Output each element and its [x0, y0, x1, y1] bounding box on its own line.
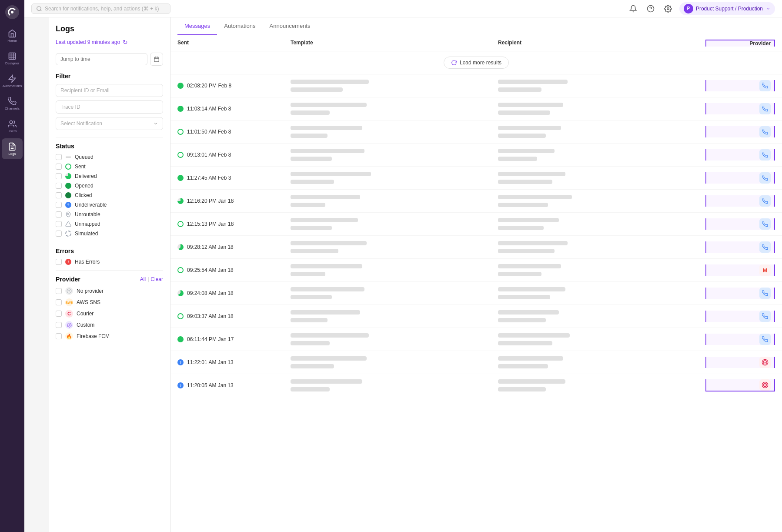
provider-cell[interactable]	[705, 288, 775, 299]
provider-filter-no-provider[interactable]: No provider	[56, 287, 163, 295]
table-row[interactable]: 09:03:37 AM Jan 18	[170, 305, 782, 328]
sidebar-item-designer[interactable]: Designer	[2, 48, 23, 69]
provider-indicator[interactable]	[759, 218, 771, 230]
status-filter-delivered[interactable]: Delivered	[56, 173, 163, 179]
sidebar-item-automations[interactable]: Automations	[2, 70, 23, 91]
provider-indicator[interactable]	[759, 172, 771, 184]
help-icon[interactable]	[645, 3, 657, 15]
workspace-switcher[interactable]: P Product Support / Production	[679, 2, 775, 15]
provider-indicator[interactable]	[759, 149, 771, 161]
provider-cell[interactable]	[705, 379, 775, 391]
provider-cell[interactable]	[705, 149, 775, 161]
provider-indicator[interactable]	[759, 311, 771, 322]
tab-automations[interactable]: Automations	[217, 17, 262, 35]
provider-cell[interactable]	[705, 126, 775, 137]
status-filter-queued[interactable]: Queued	[56, 154, 163, 160]
provider-cell[interactable]	[705, 218, 775, 230]
jump-to-time-input[interactable]	[56, 53, 147, 65]
table-row[interactable]: 11:03:14 AM Feb 8	[170, 97, 782, 120]
provider-indicator[interactable]	[759, 126, 771, 137]
provider-cell[interactable]: M	[705, 264, 775, 276]
search-bar[interactable]: Search for notifications, help, and acti…	[31, 3, 170, 14]
settings-icon[interactable]	[662, 3, 674, 15]
provider-cell[interactable]	[705, 357, 775, 368]
no-provider-checkbox[interactable]	[56, 288, 62, 294]
status-filter-unroutable[interactable]: Unroutable	[56, 211, 163, 217]
provider-cell[interactable]	[705, 311, 775, 322]
provider-indicator[interactable]	[759, 288, 771, 299]
status-filter-opened[interactable]: Opened	[56, 183, 163, 189]
sidebar-item-logs[interactable]: Logs	[2, 138, 23, 159]
table-row[interactable]: ? 11:20:05 AM Jan 13	[170, 374, 782, 397]
status-dot	[177, 198, 184, 204]
table-row[interactable]: 09:28:12 AM Jan 18	[170, 236, 782, 259]
status-filter-unmapped[interactable]: Unmapped	[56, 221, 163, 227]
provider-cell[interactable]	[705, 172, 775, 184]
undeliverable-checkbox[interactable]	[56, 202, 62, 208]
recipient-filter-input[interactable]	[56, 84, 163, 97]
table-row[interactable]: 12:15:13 PM Jan 18	[170, 213, 782, 236]
provider-cell[interactable]	[705, 103, 775, 114]
has-errors-checkbox[interactable]	[56, 259, 62, 265]
provider-indicator[interactable]	[759, 195, 771, 207]
table-row[interactable]: 09:25:54 AM Jan 18 M	[170, 259, 782, 282]
status-filter-undeliverable[interactable]: ? Undeliverable	[56, 202, 163, 208]
status-filter-clicked[interactable]: Clicked	[56, 192, 163, 198]
provider-indicator[interactable]	[759, 103, 771, 114]
status-filter-simulated[interactable]: Simulated	[56, 231, 163, 237]
provider-indicator[interactable]	[759, 241, 771, 253]
queued-checkbox[interactable]	[56, 154, 62, 160]
simulated-checkbox[interactable]	[56, 231, 62, 237]
courier-checkbox[interactable]	[56, 311, 62, 317]
table-row[interactable]: 09:13:01 AM Feb 8	[170, 144, 782, 167]
template-blur-1	[291, 80, 369, 84]
load-more-button[interactable]: Load more results	[444, 57, 509, 69]
provider-indicator[interactable]	[759, 80, 771, 91]
target-indicator[interactable]	[759, 379, 771, 391]
provider-cell[interactable]	[705, 334, 775, 345]
notification-bell-icon[interactable]	[627, 3, 639, 15]
gmail-indicator[interactable]: M	[759, 264, 771, 276]
table-row[interactable]: 11:27:45 AM Feb 3	[170, 167, 782, 190]
last-updated[interactable]: Last updated 9 minutes ago ↻	[56, 39, 163, 46]
aws-sns-checkbox[interactable]	[56, 299, 62, 305]
sidebar-item-users[interactable]: Users	[2, 116, 23, 137]
sidebar-item-home[interactable]: Home	[2, 25, 23, 46]
provider-filter-courier[interactable]: C Courier	[56, 310, 163, 318]
delivered-checkbox[interactable]	[56, 173, 62, 179]
table-row[interactable]: ? 11:22:01 AM Jan 13	[170, 351, 782, 374]
trace-id-input[interactable]	[56, 100, 163, 114]
custom-checkbox[interactable]	[56, 322, 62, 328]
sent-time: 09:03:37 AM Jan 18	[187, 313, 234, 319]
calendar-button[interactable]	[150, 53, 163, 66]
table-row[interactable]: 12:16:20 PM Jan 18	[170, 190, 782, 213]
provider-clear-link[interactable]: Clear	[150, 276, 163, 282]
table-row[interactable]: 02:08:20 PM Feb 8	[170, 74, 782, 97]
target-indicator[interactable]	[759, 357, 771, 368]
recipient-blur-1	[498, 80, 568, 84]
errors-filter-has-errors[interactable]: ! Has Errors	[56, 259, 163, 265]
status-filter-sent[interactable]: Sent	[56, 164, 163, 170]
provider-indicator[interactable]	[759, 334, 771, 345]
clicked-checkbox[interactable]	[56, 192, 62, 198]
provider-filter-custom[interactable]: Custom	[56, 321, 163, 329]
sidebar-item-channels[interactable]: Channels	[2, 93, 23, 114]
provider-cell[interactable]	[705, 195, 775, 207]
unmapped-checkbox[interactable]	[56, 221, 62, 227]
provider-filter-firebase-fcm[interactable]: 🔥 Firebase FCM	[56, 332, 163, 340]
table-row[interactable]: 09:24:08 AM Jan 18	[170, 282, 782, 305]
table-row[interactable]: 06:11:44 PM Jan 17	[170, 328, 782, 351]
tab-messages[interactable]: Messages	[177, 17, 217, 35]
firebase-fcm-checkbox[interactable]	[56, 333, 62, 339]
provider-cell[interactable]	[705, 80, 775, 91]
unroutable-checkbox[interactable]	[56, 211, 62, 217]
provider-cell[interactable]	[705, 241, 775, 253]
sent-checkbox[interactable]	[56, 164, 62, 170]
provider-all-link[interactable]: All	[140, 276, 146, 282]
provider-filter-aws-sns[interactable]: aws AWS SNS	[56, 298, 163, 306]
logo[interactable]	[4, 4, 20, 20]
opened-checkbox[interactable]	[56, 183, 62, 189]
tab-announcements[interactable]: Announcements	[263, 17, 317, 35]
table-row[interactable]: 11:01:50 AM Feb 8	[170, 120, 782, 144]
notification-select[interactable]: Select Notification	[56, 117, 163, 130]
